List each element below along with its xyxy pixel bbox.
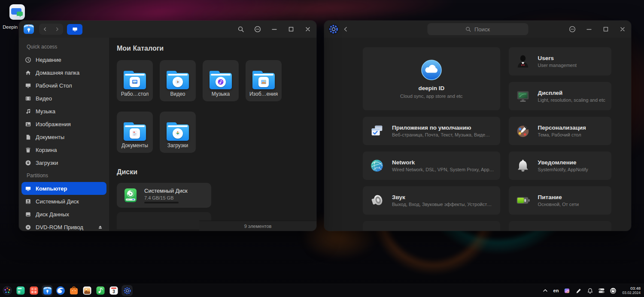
control-center-titlebar[interactable]: Поиск xyxy=(324,21,631,38)
download-emblem-icon xyxy=(173,128,183,139)
folder-icon xyxy=(167,73,189,89)
cc-card-title: deepin ID xyxy=(418,85,444,91)
partially-visible-disk-card xyxy=(117,212,211,229)
folder-tile-label: Изоб…ения xyxy=(249,91,278,97)
document-emblem-icon xyxy=(130,128,140,139)
multitasking-view-icon[interactable] xyxy=(15,285,26,296)
clock-icon xyxy=(25,57,31,63)
cc-card-power[interactable]: Питание Основной, От сети xyxy=(509,186,611,215)
cc-card-title: Users xyxy=(538,55,577,61)
control-center-taskbar-icon[interactable] xyxy=(122,285,132,296)
sidebar-item-desktop[interactable]: Рабочий Стол xyxy=(21,79,106,92)
tray-pen-icon[interactable] xyxy=(575,287,582,294)
sidebar-item-data-disk[interactable]: Диск Данных xyxy=(21,208,106,221)
cc-card-users[interactable]: Users User management xyxy=(509,47,611,76)
sidebar-item-trash[interactable]: Корзина xyxy=(21,143,106,156)
cc-card-sound[interactable]: Звук Выход, Вход, Звуковые эффекты, Устр… xyxy=(363,186,500,215)
close-icon[interactable] xyxy=(304,26,311,33)
minimize-icon[interactable] xyxy=(271,26,278,33)
cc-card-notification[interactable]: Уведомление SystemNotify, AppNotify xyxy=(509,152,611,180)
folder-tile-documents[interactable]: Документы xyxy=(117,112,153,153)
deepin-home-chat-icon xyxy=(9,4,25,20)
partially-visible-card xyxy=(509,221,611,231)
sidebar-item-dvd-rom[interactable]: DVD-ROM Привод xyxy=(21,221,106,231)
keyboard-layout-indicator[interactable]: en xyxy=(553,288,559,293)
search-placeholder: Поиск xyxy=(474,26,490,33)
forward-icon[interactable] xyxy=(54,26,60,32)
cc-card-display[interactable]: Дисплей Light, resolution, scaling and e… xyxy=(509,82,611,110)
file-manager-window: Quick access Недавние Домашняя папка Раб… xyxy=(19,21,316,231)
system-tray: en 03:48 03.02.2024 xyxy=(542,286,644,295)
file-manager-taskbar-icon[interactable] xyxy=(42,285,52,296)
sidebar-item-music[interactable]: Музыка xyxy=(21,105,106,118)
app-grid-icon[interactable] xyxy=(29,285,39,296)
system-disk-icon xyxy=(122,187,139,204)
cc-card-title: Приложения по умолчанию xyxy=(392,124,490,131)
maximize-icon[interactable] xyxy=(288,26,295,33)
tray-power-icon[interactable] xyxy=(610,287,617,294)
disk-usage-bar xyxy=(144,202,179,203)
section-title-my-directories: Мои Каталоги xyxy=(117,45,316,52)
cc-card-personalization[interactable]: Персонализация Тема, Рабочий стол xyxy=(509,117,611,145)
cc-card-network[interactable]: Network Wired Network, DSL, VPN, System … xyxy=(363,152,500,180)
back-icon[interactable] xyxy=(42,26,48,32)
cc-card-subtitle: Выход, Вход, Звуковые эффекты, Устройст… xyxy=(392,202,492,207)
sidebar-item-computer[interactable]: Компьютер xyxy=(21,182,106,195)
sidebar-item-downloads[interactable]: Загрузки xyxy=(21,156,106,169)
trash-icon xyxy=(25,147,31,153)
eject-icon[interactable] xyxy=(97,224,103,230)
control-center-window: Поиск deepin ID Cloud sync, app store an… xyxy=(324,21,631,231)
file-manager-content: Мои Каталоги Рабо…стол Видео Музыка Изоб… xyxy=(109,38,316,231)
sidebar-item-videos[interactable]: Видео xyxy=(21,92,106,105)
tray-notification-bell-icon[interactable] xyxy=(586,287,593,294)
sidebar-item-label: DVD-ROM Привод xyxy=(36,224,83,230)
maximize-icon[interactable] xyxy=(602,26,609,33)
folder-tile-pictures[interactable]: Изоб…ения xyxy=(246,60,282,101)
photos-icon[interactable] xyxy=(82,285,92,296)
menu-icon[interactable] xyxy=(569,26,576,33)
browser-icon[interactable] xyxy=(55,285,66,296)
folder-tile-desktop[interactable]: Рабо…стол xyxy=(117,60,153,101)
search-icon[interactable] xyxy=(237,26,244,33)
sidebar-section-partitions: Partitions xyxy=(27,173,109,179)
tray-display-icon[interactable] xyxy=(563,287,570,294)
control-center-modules-grid: deepin ID Cloud sync, app store and etc … xyxy=(324,38,631,231)
tray-toggles-icon[interactable] xyxy=(598,287,605,294)
file-manager-titlebar[interactable] xyxy=(19,21,316,38)
cc-card-subtitle: Cloud sync, app store and etc xyxy=(400,94,463,99)
cc-card-title: Уведомление xyxy=(538,159,588,166)
folder-tile-music[interactable]: Музыка xyxy=(203,60,239,101)
deepin-id-cloud-icon xyxy=(421,59,442,81)
disk-name: Системный Диск xyxy=(144,188,188,194)
search-input[interactable]: Поиск xyxy=(427,23,528,35)
sidebar-item-recent[interactable]: Недавние xyxy=(21,53,106,66)
sidebar-item-documents[interactable]: Документы xyxy=(21,130,106,143)
tab-computer[interactable] xyxy=(67,24,82,35)
notification-bell-icon xyxy=(515,158,531,174)
calendar-icon[interactable]: 3 xyxy=(109,285,119,296)
launcher-icon[interactable] xyxy=(2,285,12,296)
folder-tile-videos[interactable]: Видео xyxy=(160,60,196,101)
folder-tile-downloads[interactable]: Загрузки xyxy=(160,112,196,153)
sidebar-item-home[interactable]: Домашняя папка xyxy=(21,66,106,79)
calendar-day-number: 3 xyxy=(112,289,115,294)
cc-card-deepin-id[interactable]: deepin ID Cloud sync, app store and etc xyxy=(363,47,500,110)
control-center-gear-icon xyxy=(328,24,339,35)
app-store-icon[interactable] xyxy=(69,285,79,296)
clock[interactable]: 03:48 03.02.2024 xyxy=(622,286,641,295)
sidebar-item-system-disk[interactable]: Системный Диск xyxy=(21,195,106,208)
folder-icon xyxy=(124,124,146,141)
cc-card-default-apps[interactable]: Приложения по умолчанию Веб-страница, По… xyxy=(363,117,500,145)
disk-item-system-disk[interactable]: Системный Диск 7.4 GB/15 GB xyxy=(117,183,211,208)
sidebar-item-pictures[interactable]: Изображения xyxy=(21,118,106,130)
menu-icon[interactable] xyxy=(254,26,261,33)
close-icon[interactable] xyxy=(619,26,626,33)
partially-visible-card xyxy=(363,221,500,231)
music-player-icon[interactable] xyxy=(95,285,106,296)
tray-expand-chevron-icon[interactable] xyxy=(542,287,549,294)
cc-card-subtitle: Тема, Рабочий стол xyxy=(538,132,586,137)
taskbar: 3 en 03:48 03.02.2024 xyxy=(0,284,644,297)
back-icon[interactable] xyxy=(342,26,349,33)
minimize-icon[interactable] xyxy=(586,26,592,33)
video-icon xyxy=(25,95,31,102)
